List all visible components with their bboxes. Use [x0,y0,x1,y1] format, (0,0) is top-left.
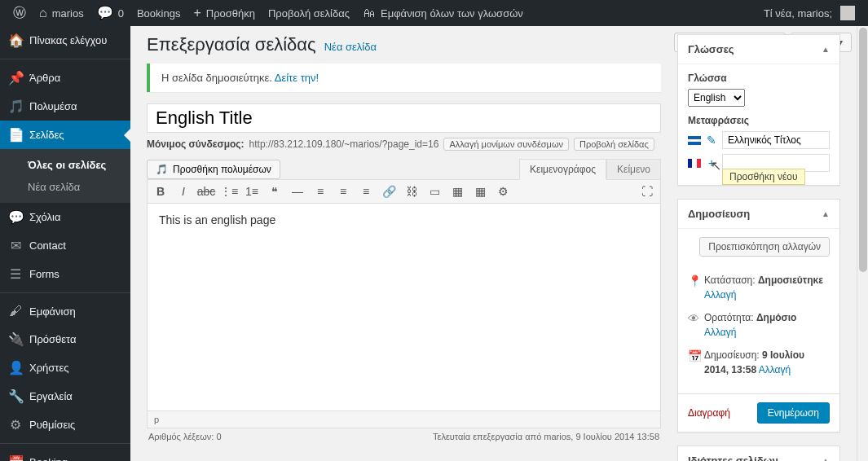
language-select[interactable]: English [688,89,745,107]
home-icon: ⌂ [39,7,47,20]
sidebar-item-media[interactable]: 🎵Πολυμέσα [0,92,130,121]
edit-translation-icon[interactable]: ✎ [706,134,717,147]
post-title-input[interactable] [147,103,661,133]
sidebar-label: Booking [29,456,68,461]
comments-count: 0 [118,7,124,20]
site-name[interactable]: ⌂marios [33,0,90,26]
tab-visual[interactable]: Κειμενογράφος [519,159,606,180]
toggle-icon[interactable]: ▲ [822,45,830,54]
translation-row-greek: ✎ [688,131,830,149]
sidebar-item-contact[interactable]: ✉Contact [0,231,130,260]
flag-france-icon [688,159,701,168]
sidebar-item-users[interactable]: 👤Χρήστες [0,353,130,382]
sidebar-item-dashboard[interactable]: 🏠Πίνακας ελέγχου [0,26,130,55]
extra-button[interactable]: ⚙ [495,183,511,200]
toggle-icon[interactable]: ▲ [822,209,830,218]
unlink-button[interactable]: ⛓ [403,183,420,200]
word-count-value: 0 [216,432,221,441]
settings-icon: ⚙ [8,417,23,432]
editor-content[interactable]: This is an english page [147,204,661,411]
new-page-link[interactable]: Νέα σελίδα [324,41,377,53]
align-center-button[interactable]: ≡ [335,183,351,200]
sidebar-item-comments[interactable]: 💬Σχόλια [0,203,130,231]
media-icon: 🎵 [156,164,168,175]
strike-button[interactable]: abc [198,183,214,200]
status-value: Δημοσιεύτηκε [758,274,823,286]
view-page-button[interactable]: Προβολή σελίδας [574,138,654,151]
toolbar-toggle-button[interactable]: ▦ [449,183,465,200]
bookings-link[interactable]: Bookings [130,0,187,26]
permalink-url: http://83.212.109.180/~marios/?page_id=1… [249,138,439,150]
notice-text: Η σελίδα δημοσιεύτηκε. [161,72,275,84]
fullscreen-button[interactable]: ⛶ [639,183,655,200]
status-label: Κατάσταση: [704,274,758,286]
admin-toolbar: ⓦ ⌂marios 💬0 Bookings +Προσθήκη Προβολή … [0,0,868,26]
my-account[interactable]: Τί νέα, marios; [757,0,861,26]
sidebar-label: Σελίδες [29,129,64,141]
edit-date-link[interactable]: Αλλαγή [759,364,791,375]
add-media-button[interactable]: 🎵Προσθήκη πολυμέσων [147,160,280,179]
translations-label: Μεταφράσεις [688,115,830,126]
notice-link[interactable]: Δείτε την! [275,72,319,84]
sidebar-item-plugins[interactable]: 🔌Πρόσθετα [0,325,130,353]
comments-link[interactable]: 💬0 [90,0,130,26]
new-content[interactable]: +Προσθήκη [187,0,262,26]
quote-button[interactable]: ❝ [267,183,283,200]
page-icon: 📄 [8,127,23,143]
sidebar-label: Εμφάνιση [29,305,76,318]
wp-logo[interactable]: ⓦ [7,0,33,26]
show-languages[interactable]: 🗛Εμφάνιση όλων των γλωσσών [356,0,530,26]
edit-visibility-link[interactable]: Αλλαγή [704,327,736,338]
sidebar-label: Πολυμέσα [29,100,77,112]
languages-metabox: Γλώσσες▲ Γλώσσα English Μεταφράσεις ✎ + [677,34,840,186]
view-page[interactable]: Προβολή σελίδας [262,0,356,26]
pin-icon: 📌 [8,70,23,86]
sidebar-item-posts[interactable]: 📌Άρθρα [0,64,130,92]
toggle-icon[interactable]: ▲ [822,456,830,461]
align-right-button[interactable]: ≡ [358,183,374,200]
avatar [840,6,855,20]
update-button[interactable]: Ενημέρωση [757,402,830,424]
submenu-all-pages[interactable]: Όλες οι σελίδες [0,154,130,176]
contact-icon: ✉ [8,238,23,253]
translation-row-french: + ↖ Προσθήκη νέου [688,154,830,172]
plug-icon: 🔌 [8,331,23,347]
add-translation-icon[interactable]: + [706,156,717,169]
tab-text[interactable]: Κείμενο [606,159,661,179]
edit-status-link[interactable]: Αλλαγή [704,289,736,301]
sidebar-item-appearance[interactable]: 🖌Εμφάνιση [0,297,130,325]
sidebar-item-booking[interactable]: 📅Booking [0,448,130,461]
sidebar-item-pages[interactable]: 📄Σελίδες [0,121,130,149]
align-left-button[interactable]: ≡ [312,183,328,200]
page-attributes-metabox: Ιδιότητες σελίδων▲ Πρότυπο [677,446,840,461]
eye-icon: 👁 [688,310,699,327]
preview-button[interactable]: Προεπισκόπηση αλλαγών [699,237,830,257]
sidebar-label: Άρθρα [29,72,60,84]
visibility-label: Ορατότητα: [704,312,756,323]
ul-button[interactable]: ⋮≡ [221,183,237,200]
success-notice: Η σελίδα δημοσιεύτηκε. Δείτε την! [147,64,661,92]
ol-button[interactable]: 1≡ [244,183,260,200]
link-button[interactable]: 🔗 [381,183,397,200]
edit-permalink-button[interactable]: Αλλαγή μονίμων συνδέσμων [443,138,569,151]
submenu-new-page[interactable]: Νέα σελίδα [0,176,130,198]
more-button[interactable]: ▭ [426,183,443,200]
sidebar-item-settings[interactable]: ⚙Ρυθμίσεις [0,411,130,439]
comment-icon: 💬 [8,209,23,225]
table-button[interactable]: ▦ [472,183,488,200]
comment-icon: 💬 [97,7,113,20]
hr-button[interactable]: — [289,183,306,200]
bold-button[interactable]: B [152,183,169,200]
sidebar-label: Ρυθμίσεις [29,419,75,431]
scrollbar[interactable] [857,26,868,461]
flag-greece-icon [688,136,701,145]
scroll-thumb[interactable] [859,28,867,272]
delete-link[interactable]: Διαγραφή [688,407,730,419]
sidebar-item-tools[interactable]: 🔧Εργαλεία [0,382,130,411]
translation-title-input[interactable] [722,131,830,149]
visibility-value: Δημόσιο [756,312,797,323]
sidebar-label: Contact [29,239,66,252]
separator [0,59,130,59]
sidebar-item-forms[interactable]: ☰Forms [0,260,130,288]
italic-button[interactable]: I [175,183,192,200]
